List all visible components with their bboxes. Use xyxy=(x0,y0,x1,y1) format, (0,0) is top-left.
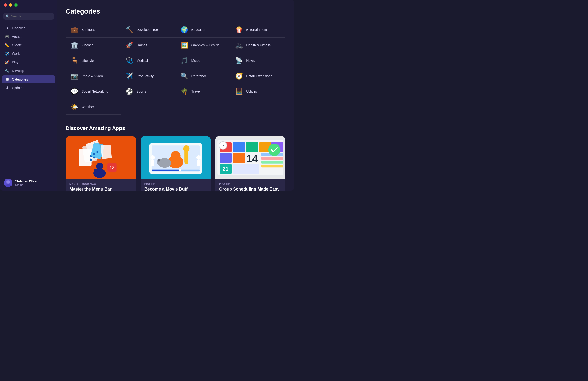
sidebar-item-play[interactable]: 🚀Play xyxy=(2,58,55,66)
sidebar-item-work[interactable]: ✈️Work xyxy=(2,50,55,58)
app-card-movie-buff[interactable]: PRO TIPBecome a Movie BuffTurn on the tr… xyxy=(141,136,211,190)
arcade-icon: 🎮 xyxy=(5,34,10,39)
category-games[interactable]: 🚀Games xyxy=(121,38,176,53)
category-graphics-design[interactable]: 🖼️Graphics & Design xyxy=(176,38,231,53)
minimize-button[interactable] xyxy=(9,3,12,7)
svg-point-1 xyxy=(6,180,10,184)
discover-section-title: Discover Amazing Apps xyxy=(66,125,285,131)
create-icon: ✏️ xyxy=(5,43,10,48)
svg-text:14: 14 xyxy=(246,153,258,164)
svg-point-32 xyxy=(196,155,201,160)
category-news[interactable]: 📡News xyxy=(231,53,285,68)
category-label-business: Business xyxy=(82,28,95,32)
category-entertainment[interactable]: 🍿Entertainment xyxy=(231,22,285,38)
category-label-reference: Reference xyxy=(191,74,207,78)
sidebar-item-updates[interactable]: ⬇Updates xyxy=(2,84,55,92)
category-health-fitness[interactable]: 🚲Health & Fitness xyxy=(231,38,285,53)
entertainment-icon: 🍿 xyxy=(235,25,243,34)
category-utilities[interactable]: 🧮Utilities xyxy=(231,84,285,99)
develop-icon: 🔧 xyxy=(5,68,10,73)
travel-icon: 🌴 xyxy=(180,87,189,96)
maximize-button[interactable] xyxy=(14,3,18,7)
sidebar-label-updates: Updates xyxy=(12,86,24,90)
sidebar-label-work: Work xyxy=(12,52,20,56)
lifestyle-icon: 🪑 xyxy=(70,56,79,65)
sidebar-label-create: Create xyxy=(12,43,22,47)
svg-point-24 xyxy=(171,151,181,161)
svg-rect-48 xyxy=(261,157,283,160)
search-icon: 🔍 xyxy=(6,15,10,18)
svg-point-26 xyxy=(183,145,189,152)
category-safari-extensions[interactable]: 🧭Safari Extensions xyxy=(231,68,285,84)
category-label-utilities: Utilities xyxy=(246,90,257,93)
category-label-medical: Medical xyxy=(137,59,148,62)
photo-video-icon: 📷 xyxy=(70,72,79,80)
business-icon: 💼 xyxy=(70,25,79,34)
svg-rect-29 xyxy=(157,159,160,162)
svg-rect-50 xyxy=(261,165,283,168)
category-reference[interactable]: 🔍Reference xyxy=(176,68,231,84)
updates-icon: ⬇ xyxy=(5,86,10,90)
category-label-entertainment: Entertainment xyxy=(246,28,267,32)
sidebar-item-categories[interactable]: ▦Categories xyxy=(2,75,55,83)
card-image-movie-buff xyxy=(141,136,211,179)
sidebar-item-discover[interactable]: ✦Discover xyxy=(2,24,55,32)
close-button[interactable] xyxy=(4,3,7,7)
search-box[interactable]: 🔍 xyxy=(3,13,54,20)
news-icon: 📡 xyxy=(235,56,243,65)
user-amount: $34.04 xyxy=(15,183,39,187)
svg-point-18 xyxy=(90,159,92,161)
search-input[interactable] xyxy=(11,15,51,18)
play-icon: 🚀 xyxy=(5,60,10,65)
category-travel[interactable]: 🌴Travel xyxy=(176,84,231,99)
category-sports[interactable]: ⚽Sports xyxy=(121,84,176,99)
category-label-graphics-design: Graphics & Design xyxy=(191,43,219,47)
category-finance[interactable]: 🏛️Finance xyxy=(66,38,121,53)
sidebar-item-create[interactable]: ✏️Create xyxy=(2,41,55,49)
category-label-productivity: Productivity xyxy=(137,74,154,78)
svg-rect-6 xyxy=(79,149,91,166)
card-body-group-scheduling: PRO TIPGroup Scheduling Made EasyFantast… xyxy=(215,179,285,190)
health-fitness-icon: 🚲 xyxy=(235,41,243,49)
category-label-social-networking: Social Networking xyxy=(82,90,108,93)
category-social-networking[interactable]: 💬Social Networking xyxy=(66,84,121,99)
sidebar-item-arcade[interactable]: 🎮Arcade xyxy=(2,33,55,41)
discover-icon: ✦ xyxy=(5,26,10,30)
svg-point-19 xyxy=(93,156,95,158)
sidebar-item-develop[interactable]: 🔧Develop xyxy=(2,67,55,75)
card-image-group-scheduling: 14 21 xyxy=(215,136,285,179)
category-label-safari-extensions: Safari Extensions xyxy=(246,74,272,78)
social-networking-icon: 💬 xyxy=(70,87,79,96)
finance-icon: 🏛️ xyxy=(70,41,79,49)
category-photo-video[interactable]: 📷Photo & Video xyxy=(66,68,121,84)
card-tag-master-menu-bar: MASTER YOUR MAC xyxy=(69,183,132,185)
weather-icon: 🌤️ xyxy=(70,103,79,111)
svg-rect-33 xyxy=(197,160,200,166)
title-bar xyxy=(4,3,18,7)
category-education[interactable]: 🌍Education xyxy=(176,22,231,38)
sidebar-label-arcade: Arcade xyxy=(12,35,22,38)
developer-tools-icon: 🔨 xyxy=(125,25,134,34)
category-lifestyle[interactable]: 🪑Lifestyle xyxy=(66,53,121,68)
category-developer-tools[interactable]: 🔨Developer Tools xyxy=(121,22,176,38)
card-body-movie-buff: PRO TIPBecome a Movie BuffTurn on the tr… xyxy=(141,179,211,190)
card-image-master-menu-bar: 12 xyxy=(66,136,136,179)
category-medical[interactable]: 🩺Medical xyxy=(121,53,176,68)
games-icon: 🚀 xyxy=(125,41,134,49)
category-productivity[interactable]: ✈️Productivity xyxy=(121,68,176,84)
category-label-games: Games xyxy=(137,43,147,47)
category-label-education: Education xyxy=(191,28,206,32)
sidebar-label-play: Play xyxy=(12,60,18,64)
category-weather[interactable]: 🌤️Weather xyxy=(66,99,121,115)
svg-point-16 xyxy=(93,153,95,155)
category-label-finance: Finance xyxy=(82,43,93,47)
category-label-photo-video: Photo & Video xyxy=(82,74,103,78)
app-card-master-menu-bar[interactable]: 12 MASTER YOUR MACMaster the Menu BarBe … xyxy=(66,136,136,190)
card-tag-group-scheduling: PRO TIP xyxy=(219,183,282,185)
sidebar-label-categories: Categories xyxy=(12,77,28,81)
card-body-master-menu-bar: MASTER YOUR MACMaster the Menu BarBe mor… xyxy=(66,179,136,190)
category-music[interactable]: 🎵Music xyxy=(176,53,231,68)
svg-rect-31 xyxy=(151,160,154,166)
category-business[interactable]: 💼Business xyxy=(66,22,121,38)
app-card-group-scheduling[interactable]: 14 21 PRO TIPGroup Scheduling Made EasyF… xyxy=(215,136,285,190)
